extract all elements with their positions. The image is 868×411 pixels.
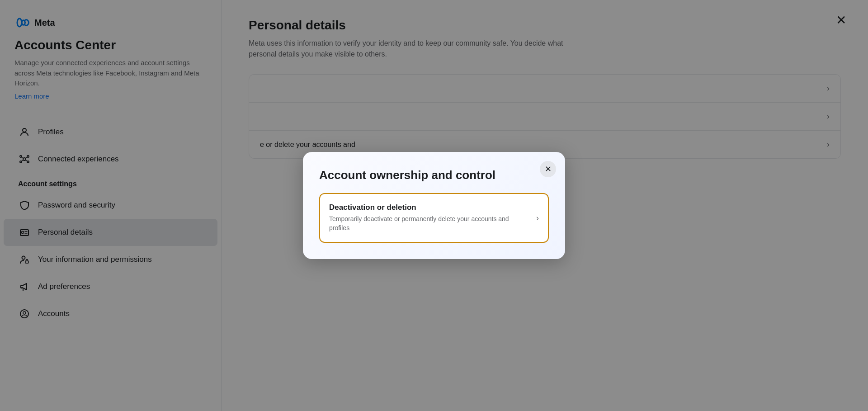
modal-backdrop: ✕ Account ownership and control Deactiva… xyxy=(0,0,868,411)
modal-option-chevron: › xyxy=(536,213,539,223)
modal-option-description: Temporarily deactivate or permanently de… xyxy=(329,215,529,232)
modal-title: Account ownership and control xyxy=(319,168,549,182)
modal-option-title: Deactivation or deletion xyxy=(329,203,529,212)
modal-option-text: Deactivation or deletion Temporarily dea… xyxy=(329,203,529,232)
modal-close-button[interactable]: ✕ xyxy=(540,161,556,177)
deactivation-deletion-option[interactable]: Deactivation or deletion Temporarily dea… xyxy=(319,193,549,242)
modal: ✕ Account ownership and control Deactiva… xyxy=(303,152,565,259)
